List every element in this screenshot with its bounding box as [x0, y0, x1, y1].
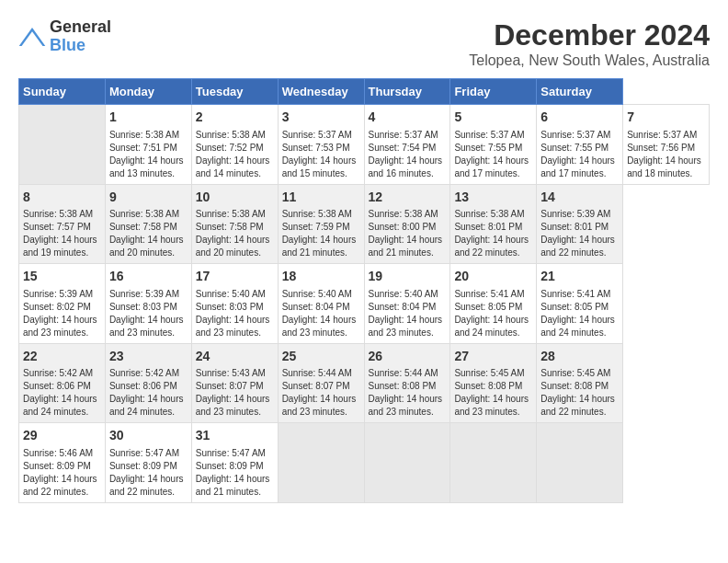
day-info: Sunrise: 5:38 AM Sunset: 7:59 PM Dayligh… — [282, 208, 360, 259]
day-number: 9 — [109, 189, 188, 207]
day-cell: 31Sunrise: 5:47 AM Sunset: 8:09 PM Dayli… — [191, 423, 278, 503]
day-info: Sunrise: 5:44 AM Sunset: 8:08 PM Dayligh… — [369, 367, 447, 419]
day-cell: 23Sunrise: 5:42 AM Sunset: 8:06 PM Dayli… — [105, 343, 191, 423]
empty-cell — [19, 105, 106, 185]
day-number: 4 — [369, 109, 447, 127]
day-number: 15 — [23, 268, 101, 286]
day-info: Sunrise: 5:39 AM Sunset: 8:03 PM Dayligh… — [109, 288, 188, 339]
day-cell: 17Sunrise: 5:40 AM Sunset: 8:03 PM Dayli… — [191, 264, 278, 344]
day-info: Sunrise: 5:41 AM Sunset: 8:05 PM Dayligh… — [454, 288, 532, 339]
day-info: Sunrise: 5:42 AM Sunset: 8:06 PM Dayligh… — [23, 367, 101, 419]
page-subtitle: Telopea, New South Wales, Australia — [469, 52, 710, 69]
day-number: 5 — [454, 109, 532, 127]
header-cell-wednesday: Wednesday — [278, 79, 364, 105]
day-cell: 4Sunrise: 5:37 AM Sunset: 7:54 PM Daylig… — [364, 105, 450, 185]
day-number: 18 — [282, 268, 360, 286]
logo: General Blue — [18, 18, 111, 55]
logo-blue-text: Blue — [50, 37, 111, 55]
day-number: 29 — [23, 427, 101, 445]
header-cell-friday: Friday — [450, 79, 537, 105]
day-info: Sunrise: 5:45 AM Sunset: 8:08 PM Dayligh… — [540, 367, 619, 419]
day-cell: 8Sunrise: 5:38 AM Sunset: 7:57 PM Daylig… — [19, 184, 106, 264]
day-info: Sunrise: 5:44 AM Sunset: 8:07 PM Dayligh… — [282, 367, 360, 419]
calendar-table: SundayMondayTuesdayWednesdayThursdayFrid… — [18, 78, 710, 503]
day-cell: 15Sunrise: 5:39 AM Sunset: 8:02 PM Dayli… — [19, 264, 106, 344]
day-cell: 6Sunrise: 5:37 AM Sunset: 7:55 PM Daylig… — [537, 105, 623, 185]
header: General Blue December 2024 Telopea, New … — [18, 18, 710, 69]
day-info: Sunrise: 5:37 AM Sunset: 7:53 PM Dayligh… — [282, 129, 360, 180]
day-number: 26 — [369, 348, 447, 366]
day-info: Sunrise: 5:38 AM Sunset: 7:51 PM Dayligh… — [109, 129, 188, 180]
day-number: 28 — [540, 348, 619, 366]
day-cell: 3Sunrise: 5:37 AM Sunset: 7:53 PM Daylig… — [278, 105, 364, 185]
day-cell: 22Sunrise: 5:42 AM Sunset: 8:06 PM Dayli… — [19, 343, 106, 423]
day-cell: 10Sunrise: 5:38 AM Sunset: 7:58 PM Dayli… — [191, 184, 278, 264]
day-cell: 12Sunrise: 5:38 AM Sunset: 8:00 PM Dayli… — [364, 184, 450, 264]
day-cell — [537, 423, 623, 503]
day-info: Sunrise: 5:41 AM Sunset: 8:05 PM Dayligh… — [540, 288, 619, 339]
day-info: Sunrise: 5:38 AM Sunset: 7:58 PM Dayligh… — [109, 208, 188, 259]
header-cell-tuesday: Tuesday — [191, 79, 278, 105]
day-number: 2 — [196, 109, 274, 127]
day-info: Sunrise: 5:37 AM Sunset: 7:55 PM Dayligh… — [454, 129, 532, 180]
day-number: 1 — [109, 109, 188, 127]
day-number: 11 — [282, 189, 360, 207]
week-row-3: 22Sunrise: 5:42 AM Sunset: 8:06 PM Dayli… — [19, 343, 710, 423]
day-info: Sunrise: 5:37 AM Sunset: 7:56 PM Dayligh… — [627, 129, 705, 180]
day-info: Sunrise: 5:47 AM Sunset: 8:09 PM Dayligh… — [109, 447, 188, 499]
day-number: 7 — [627, 109, 705, 127]
day-info: Sunrise: 5:38 AM Sunset: 8:01 PM Dayligh… — [454, 208, 532, 259]
title-area: December 2024 Telopea, New South Wales, … — [469, 18, 710, 69]
day-info: Sunrise: 5:47 AM Sunset: 8:09 PM Dayligh… — [196, 447, 274, 499]
day-cell: 28Sunrise: 5:45 AM Sunset: 8:08 PM Dayli… — [537, 343, 623, 423]
day-cell — [450, 423, 537, 503]
day-number: 17 — [196, 268, 274, 286]
day-info: Sunrise: 5:40 AM Sunset: 8:04 PM Dayligh… — [369, 288, 447, 339]
day-cell: 18Sunrise: 5:40 AM Sunset: 8:04 PM Dayli… — [278, 264, 364, 344]
day-cell: 14Sunrise: 5:39 AM Sunset: 8:01 PM Dayli… — [537, 184, 623, 264]
day-cell: 16Sunrise: 5:39 AM Sunset: 8:03 PM Dayli… — [105, 264, 191, 344]
week-row-1: 8Sunrise: 5:38 AM Sunset: 7:57 PM Daylig… — [19, 184, 710, 264]
day-info: Sunrise: 5:43 AM Sunset: 8:07 PM Dayligh… — [196, 367, 274, 419]
day-number: 8 — [23, 189, 101, 207]
day-number: 10 — [196, 189, 274, 207]
day-cell: 26Sunrise: 5:44 AM Sunset: 8:08 PM Dayli… — [364, 343, 450, 423]
day-info: Sunrise: 5:38 AM Sunset: 7:58 PM Dayligh… — [196, 208, 274, 259]
header-cell-sunday: Sunday — [19, 79, 106, 105]
day-cell: 1Sunrise: 5:38 AM Sunset: 7:51 PM Daylig… — [105, 105, 191, 185]
day-number: 12 — [369, 189, 447, 207]
day-number: 30 — [109, 427, 188, 445]
day-number: 22 — [23, 348, 101, 366]
generalblue-logo-icon — [18, 28, 46, 46]
calendar-header-row: SundayMondayTuesdayWednesdayThursdayFrid… — [19, 79, 710, 105]
day-cell: 19Sunrise: 5:40 AM Sunset: 8:04 PM Dayli… — [364, 264, 450, 344]
day-cell: 25Sunrise: 5:44 AM Sunset: 8:07 PM Dayli… — [278, 343, 364, 423]
page-title: December 2024 — [469, 18, 710, 52]
day-cell: 30Sunrise: 5:47 AM Sunset: 8:09 PM Dayli… — [105, 423, 191, 503]
day-info: Sunrise: 5:37 AM Sunset: 7:54 PM Dayligh… — [369, 129, 447, 180]
day-number: 16 — [109, 268, 188, 286]
day-cell: 9Sunrise: 5:38 AM Sunset: 7:58 PM Daylig… — [105, 184, 191, 264]
day-number: 24 — [196, 348, 274, 366]
day-number: 31 — [196, 427, 274, 445]
day-cell: 5Sunrise: 5:37 AM Sunset: 7:55 PM Daylig… — [450, 105, 537, 185]
day-number: 3 — [282, 109, 360, 127]
header-cell-thursday: Thursday — [364, 79, 450, 105]
day-info: Sunrise: 5:37 AM Sunset: 7:55 PM Dayligh… — [540, 129, 619, 180]
header-cell-saturday: Saturday — [537, 79, 623, 105]
day-info: Sunrise: 5:46 AM Sunset: 8:09 PM Dayligh… — [23, 447, 101, 499]
week-row-0: 1Sunrise: 5:38 AM Sunset: 7:51 PM Daylig… — [19, 105, 710, 185]
day-number: 19 — [369, 268, 447, 286]
day-cell — [364, 423, 450, 503]
day-cell — [278, 423, 364, 503]
day-cell: 7Sunrise: 5:37 AM Sunset: 7:56 PM Daylig… — [623, 105, 710, 185]
day-number: 13 — [454, 189, 532, 207]
day-number: 6 — [540, 109, 619, 127]
day-cell: 24Sunrise: 5:43 AM Sunset: 8:07 PM Dayli… — [191, 343, 278, 423]
day-number: 25 — [282, 348, 360, 366]
week-row-4: 29Sunrise: 5:46 AM Sunset: 8:09 PM Dayli… — [19, 423, 710, 503]
day-info: Sunrise: 5:38 AM Sunset: 7:52 PM Dayligh… — [196, 129, 274, 180]
day-info: Sunrise: 5:38 AM Sunset: 8:00 PM Dayligh… — [369, 208, 447, 259]
day-number: 20 — [454, 268, 532, 286]
day-number: 14 — [540, 189, 619, 207]
